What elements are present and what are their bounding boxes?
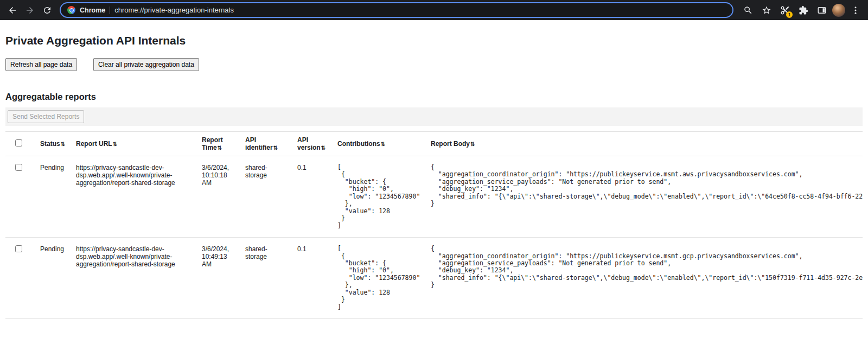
page-actions: Refresh all page data Clear all private … <box>5 58 863 71</box>
kebab-menu-icon <box>851 5 860 15</box>
row-checkbox[interactable] <box>15 245 22 252</box>
row-select-cell <box>5 156 36 238</box>
col-header-label: Status <box>40 140 60 148</box>
refresh-all-button[interactable]: Refresh all page data <box>5 58 77 71</box>
page-title: Private Aggregation API Internals <box>5 34 863 47</box>
star-icon <box>762 5 771 15</box>
contributions-cell: [ { "bucket": { "high": "0", "low": "123… <box>333 156 426 238</box>
back-arrow-icon <box>8 5 17 15</box>
site-chip-label: Chrome <box>80 7 105 14</box>
back-button[interactable] <box>4 2 21 18</box>
col-header-label: Report URL <box>76 140 112 148</box>
report-url-cell: https://privacy-sandcastle-dev-dsp.web.a… <box>72 238 197 319</box>
col-header-report-body[interactable]: Report Body⇅ <box>426 132 863 156</box>
report-body-json: { "aggregation_coordinator_origin": "htt… <box>431 164 858 208</box>
send-selected-reports-button[interactable]: Send Selected Reports <box>8 110 84 123</box>
status-cell: Pending <box>36 238 72 319</box>
toolbar-right-controls: 1 <box>740 2 864 18</box>
omnibox[interactable]: Chrome chrome://private-aggregation-inte… <box>60 2 733 18</box>
api-version-cell: 0.1 <box>293 156 333 238</box>
omnibox-divider <box>110 7 110 14</box>
profile-avatar[interactable] <box>832 4 845 17</box>
status-cell: Pending <box>36 156 72 238</box>
url-text: chrome://private-aggregation-internals <box>114 6 234 14</box>
forward-button[interactable] <box>22 2 38 18</box>
chrome-logo-icon <box>67 6 75 14</box>
report-body-json: { "aggregation_coordinator_origin": "htt… <box>431 245 858 289</box>
report-body-cell: { "aggregation_coordinator_origin": "htt… <box>426 238 863 319</box>
col-header-label: Report Body <box>431 140 470 148</box>
contributions-cell: [ { "bucket": { "high": "0", "low": "123… <box>333 238 426 319</box>
report-body-cell: { "aggregation_coordinator_origin": "htt… <box>426 156 863 238</box>
forward-arrow-icon <box>25 5 35 15</box>
api-version-cell: 0.1 <box>293 238 333 319</box>
sort-icon: ⇅ <box>381 141 385 147</box>
section-title: Aggregatable reports <box>5 92 863 102</box>
report-time-cell: 3/6/2024, 10:49:13 AM <box>197 238 241 319</box>
col-header-report-time[interactable]: Report Time⇅ <box>197 132 241 156</box>
report-url-cell: https://privacy-sandcastle-dev-dsp.web.a… <box>72 156 197 238</box>
contributions-json: [ { "bucket": { "high": "0", "low": "123… <box>337 245 422 311</box>
col-header-contributions[interactable]: Contributions⇅ <box>333 132 426 156</box>
pinned-extension-button[interactable]: 1 <box>777 2 793 18</box>
col-header-status[interactable]: Status⇅ <box>36 132 72 156</box>
table-toolbar: Send Selected Reports <box>5 107 863 126</box>
side-panel-button[interactable] <box>814 2 830 18</box>
page-content: Private Aggregation API Internals Refres… <box>0 34 868 319</box>
sort-icon: ⇅ <box>113 141 117 147</box>
col-header-report-url[interactable]: Report URL⇅ <box>72 132 197 156</box>
col-header-label: API version <box>297 136 321 151</box>
reports-table: Status⇅ Report URL⇅ Report Time⇅ API ide… <box>5 131 863 319</box>
select-all-header <box>5 132 36 156</box>
select-all-checkbox[interactable] <box>15 139 22 146</box>
col-header-label: Contributions <box>337 140 380 148</box>
api-identifier-cell: shared-storage <box>241 156 293 238</box>
extensions-button[interactable] <box>795 2 812 18</box>
clear-all-button[interactable]: Clear all private aggregation data <box>93 58 199 71</box>
side-panel-icon <box>817 5 827 15</box>
sort-icon: ⇅ <box>273 145 278 151</box>
table-row: Pending https://privacy-sandcastle-dev-d… <box>5 156 863 238</box>
col-header-api-version[interactable]: API version⇅ <box>293 132 333 156</box>
puzzle-icon <box>799 5 808 15</box>
search-button[interactable] <box>740 2 756 18</box>
sort-icon: ⇅ <box>470 141 475 147</box>
sort-icon: ⇅ <box>61 141 65 147</box>
browser-toolbar: Chrome chrome://private-aggregation-inte… <box>0 0 868 20</box>
col-header-api-identifier[interactable]: API identifier⇅ <box>241 132 293 156</box>
notification-badge: 1 <box>786 11 793 18</box>
row-select-cell <box>5 238 36 319</box>
sort-icon: ⇅ <box>218 145 222 151</box>
reload-icon <box>42 5 52 15</box>
reload-button[interactable] <box>39 2 55 18</box>
report-time-cell: 3/6/2024, 10:10:18 AM <box>197 156 241 238</box>
api-identifier-cell: shared-storage <box>241 238 293 319</box>
table-row: Pending https://privacy-sandcastle-dev-d… <box>5 238 863 319</box>
col-header-label: API identifier <box>245 136 273 151</box>
table-header-row: Status⇅ Report URL⇅ Report Time⇅ API ide… <box>5 132 863 156</box>
search-icon <box>743 5 753 15</box>
bookmark-star-button[interactable] <box>758 2 775 18</box>
sort-icon: ⇅ <box>321 145 326 151</box>
browser-menu-button[interactable] <box>847 2 864 18</box>
row-checkbox[interactable] <box>15 164 22 171</box>
contributions-json: [ { "bucket": { "high": "0", "low": "123… <box>337 164 422 229</box>
